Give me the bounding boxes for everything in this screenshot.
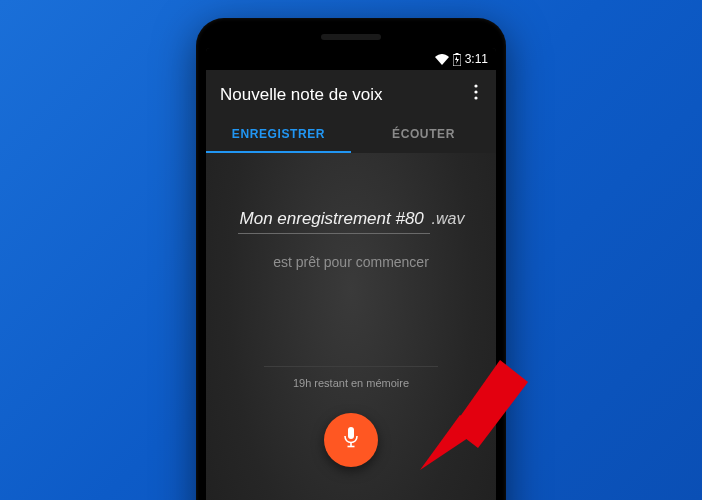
battery-icon <box>453 53 461 66</box>
tab-bar: ENREGISTRER ÉCOUTER <box>206 115 496 153</box>
svg-point-4 <box>474 96 477 99</box>
svg-rect-1 <box>455 53 458 55</box>
ready-text: est prêt pour commencer <box>273 254 429 270</box>
phone-speaker <box>321 34 381 40</box>
tab-listen[interactable]: ÉCOUTER <box>351 115 496 153</box>
record-button[interactable] <box>324 413 378 467</box>
status-bar: 3:11 <box>206 48 496 70</box>
status-time: 3:11 <box>465 52 488 66</box>
filename-row: .wav <box>238 209 465 234</box>
microphone-icon <box>342 426 360 454</box>
svg-rect-5 <box>348 427 354 439</box>
tab-record[interactable]: ENREGISTRER <box>206 115 351 153</box>
app-bar: Nouvelle note de voix <box>206 70 496 115</box>
file-extension: .wav <box>432 210 465 232</box>
filename-input[interactable] <box>238 209 430 234</box>
screen: 3:11 Nouvelle note de voix ENREGISTRER É… <box>206 48 496 500</box>
content-area: .wav est prêt pour commencer 19h restant… <box>206 153 496 500</box>
phone-frame: 3:11 Nouvelle note de voix ENREGISTRER É… <box>196 18 506 500</box>
svg-point-2 <box>474 84 477 87</box>
overflow-menu-icon[interactable] <box>470 84 482 105</box>
page-title: Nouvelle note de voix <box>220 85 383 105</box>
svg-point-3 <box>474 90 477 93</box>
wifi-icon <box>435 54 449 65</box>
divider <box>264 366 438 367</box>
memory-remaining: 19h restant en mémoire <box>293 377 409 389</box>
